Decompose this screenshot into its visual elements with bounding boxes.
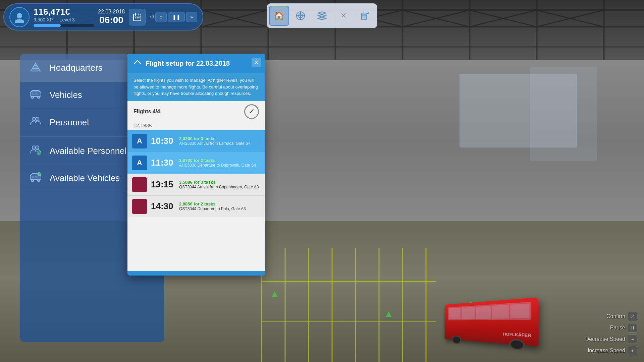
datetime-display: 22.03.2018 06:00 <box>98 9 125 25</box>
flight-time-1: 10:30 <box>151 136 175 146</box>
confirm-button[interactable]: ⏎ <box>628 312 637 321</box>
confirm-label: Confirm <box>606 313 625 319</box>
svg-point-72 <box>32 180 34 182</box>
forward-button[interactable]: » <box>186 12 198 22</box>
bus-vehicle: HOFLKÄFER <box>445 297 539 347</box>
flight-time-3: 13:15 <box>151 179 175 190</box>
headquarters-icon <box>28 60 43 75</box>
available-vehicles-icon: + <box>28 172 43 184</box>
increase-speed-button[interactable]: + <box>628 346 637 355</box>
floor-arrow-1: ▲ <box>270 288 279 299</box>
flight-desc-4: QST3044 Departure to Pula, Gate A3 <box>179 206 260 211</box>
svg-point-64 <box>36 117 39 121</box>
pause-label: Pause <box>610 325 625 331</box>
svg-text:+: + <box>38 172 40 176</box>
modal-footer <box>127 271 265 276</box>
confirm-row: Confirm ⏎ <box>606 312 637 321</box>
vehicles-icon <box>28 89 43 101</box>
rewind-button[interactable]: « <box>155 12 167 22</box>
personnel-icon <box>28 115 43 130</box>
playback-controls: x0 « ❚❚ » <box>150 12 197 22</box>
nav-home-button[interactable]: 🏠 <box>269 6 289 26</box>
pause-button[interactable]: ❚❚ <box>168 12 185 22</box>
flight-details-1: 2,926€ for 3 tasks AHS5330 Arrival from … <box>179 136 260 146</box>
hud-bar: 116,471€ 9,500 XP Level 3 22.03.2018 06:… <box>3 3 203 31</box>
flight-earnings-2: 2,872€ for 2 tasks <box>179 158 260 163</box>
flight-desc-2: AHS5330 Departure to Dubrovnik, Gate S4 <box>179 163 260 168</box>
svg-rect-44 <box>135 17 136 18</box>
flight-desc-3: QST3044 Arrival from Copenhagen, Gate A3 <box>179 185 260 189</box>
headquarters-label: Headquarters <box>50 63 103 73</box>
decrease-speed-button[interactable]: − <box>628 335 637 344</box>
svg-rect-59 <box>32 93 34 95</box>
vehicles-label: Vehicles <box>50 90 82 100</box>
svg-point-39 <box>15 19 24 23</box>
time-display: 06:00 <box>98 15 125 25</box>
modal-description: Select the flights you wish to manage. A… <box>127 73 265 101</box>
flights-count: Flights 4/4 <box>133 109 160 115</box>
airline-logo-2: A <box>132 156 147 170</box>
available-personnel-label: Available Personnel <box>50 146 126 156</box>
svg-rect-71 <box>35 176 38 178</box>
flight-item-3[interactable]: 13:15 3,508€ for 3 tasks QST3044 Arrival… <box>127 174 265 195</box>
svg-point-63 <box>32 117 36 121</box>
svg-point-54 <box>368 12 369 14</box>
decrease-speed-label: Decrease Speed <box>585 336 625 342</box>
bottom-controls: Confirm ⏎ Pause ⏸ Decrease Speed − Incre… <box>585 312 637 355</box>
modal-body: Flights 4/4 ✓ 12,193€ A 10:30 2,926€ for… <box>127 101 265 271</box>
nav-close-button[interactable]: ✕ <box>333 6 354 26</box>
available-personnel-icon: + <box>28 143 43 158</box>
flight-item-4[interactable]: 14:30 2,885€ for 2 tasks QST3044 Departu… <box>127 195 265 217</box>
flight-list: A 10:30 2,926€ for 3 tasks AHS5330 Arriv… <box>127 130 265 217</box>
nav-routes-button[interactable] <box>312 6 332 26</box>
svg-point-38 <box>17 13 22 18</box>
increase-speed-row: Increase Speed + <box>588 346 637 355</box>
decrease-speed-row: Decrease Speed − <box>585 335 637 344</box>
flights-amount: 12,193€ <box>127 122 265 130</box>
flight-details-4: 2,885€ for 2 tasks QST3044 Departure to … <box>179 201 260 211</box>
svg-rect-45 <box>137 17 138 18</box>
svg-rect-60 <box>35 93 38 95</box>
svg-rect-46 <box>138 17 140 18</box>
top-nav-bar: 🏠 ✕ <box>267 3 377 28</box>
available-vehicles-label: Available Vehicles <box>50 173 120 183</box>
xp-bar-fill <box>34 24 61 27</box>
flight-details-2: 2,872€ for 2 tasks AHS5330 Departure to … <box>179 158 260 168</box>
calendar-button[interactable] <box>129 9 146 25</box>
flights-header: Flights 4/4 ✓ <box>127 101 265 122</box>
modal-header-icon <box>133 58 142 68</box>
pause-row: Pause ⏸ <box>610 323 637 333</box>
flight-earnings-1: 2,926€ for 3 tasks <box>179 136 260 141</box>
pause-ctrl-button[interactable]: ⏸ <box>628 323 637 333</box>
flight-modal: Flight setup for 22.03.2018 ✕ Select the… <box>127 54 265 276</box>
nav-vehicles-button[interactable] <box>290 6 311 26</box>
level-display: Level 3 <box>60 17 75 22</box>
flight-details-3: 3,508€ for 3 tasks QST3044 Arrival from … <box>179 180 260 189</box>
flight-item-2[interactable]: A 11:30 2,872€ for 2 tasks AHS5330 Depar… <box>127 152 265 174</box>
flight-item-1[interactable]: A 10:30 2,926€ for 3 tasks AHS5330 Arriv… <box>127 130 265 152</box>
svg-rect-52 <box>362 14 366 16</box>
modal-header: Flight setup for 22.03.2018 ✕ <box>127 54 265 73</box>
svg-rect-70 <box>32 176 34 178</box>
modal-empty-space <box>127 217 265 271</box>
modal-close-button[interactable]: ✕ <box>252 58 261 67</box>
xp-bar <box>34 24 94 27</box>
svg-point-65 <box>32 146 36 149</box>
svg-point-61 <box>32 97 34 99</box>
svg-point-62 <box>38 97 40 99</box>
nav-fuel-button[interactable] <box>355 6 375 26</box>
flight-time-4: 14:30 <box>151 201 175 212</box>
flight-desc-1: AHS5330 Arrival from Larnaca, Gate S4 <box>179 141 260 146</box>
confirm-check-button[interactable]: ✓ <box>244 104 259 119</box>
modal-title: Flight setup for 22.03.2018 <box>146 60 230 67</box>
floor-arrow-2: ▲ <box>384 308 393 319</box>
flight-time-2: 11:30 <box>151 158 175 168</box>
money-display: 116,471€ <box>34 7 94 17</box>
flight-earnings-3: 3,508€ for 3 tasks <box>179 180 260 185</box>
avatar <box>9 7 30 27</box>
airline-logo-4 <box>132 199 147 214</box>
flight-earnings-4: 2,885€ for 2 tasks <box>179 201 260 206</box>
svg-point-73 <box>38 180 40 182</box>
svg-point-66 <box>36 146 39 149</box>
xp-display: 9,500 XP <box>34 17 53 22</box>
